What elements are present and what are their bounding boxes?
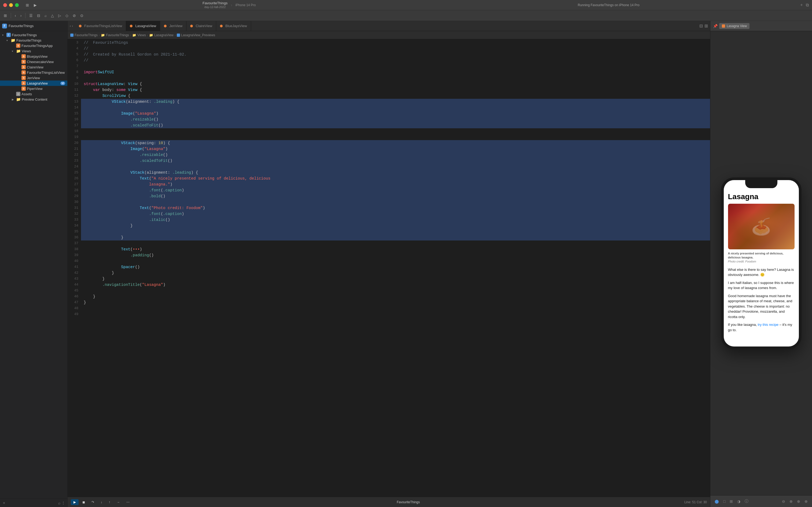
preview-live-button[interactable]: ⬤ xyxy=(713,498,720,505)
split-view-button[interactable]: ⧉ xyxy=(806,3,809,7)
code-content[interactable]: // FavouriteThings // // Created by Russ… xyxy=(81,39,710,497)
project-icon: F xyxy=(2,23,7,29)
code-editor[interactable]: 3 4 5 6 7 8 9 10 11 12 13 14 15 16 17 18… xyxy=(68,39,710,497)
preview-color-button[interactable]: ◑ xyxy=(736,498,741,505)
issues-icon[interactable]: △ xyxy=(49,12,56,19)
sidebar-item-piper[interactable]: ▶ S PiperView xyxy=(0,86,67,91)
sidebar-item-bluejays[interactable]: ▶ S BluejaysView xyxy=(0,54,67,59)
expand-arrow-icon: ▾ xyxy=(6,39,10,42)
breadcrumb-previews[interactable]: LasagnaView_Previews xyxy=(177,33,215,37)
zoom-out-button[interactable]: ⊖ xyxy=(781,498,786,505)
bottom-tab-step-into[interactable]: ↓ xyxy=(98,499,105,505)
sidebar-label-lasagna: LasagnaView xyxy=(27,81,48,86)
tab-favouritethingslistview[interactable]: FavouriteThingsListView xyxy=(75,21,126,31)
sidebar-footer: ＋ ⌕ ⋮ xyxy=(0,498,67,507)
back-icon[interactable]: ‹ xyxy=(13,12,18,19)
run-button[interactable]: ▶ xyxy=(32,2,38,8)
bottom-tab-debug[interactable]: ⋯ xyxy=(124,499,132,505)
code-line-30 xyxy=(81,199,710,205)
forward-icon[interactable]: › xyxy=(19,12,23,19)
assets-icon: ⊞ xyxy=(16,92,20,96)
bottom-tab-run[interactable]: ▶ xyxy=(71,499,79,505)
sidebar-label-bluejays: BluejaysView xyxy=(27,54,48,58)
sidebar-item-folder-main[interactable]: ▾ 📁 FavouriteThings xyxy=(0,38,67,43)
preview-info-button[interactable]: ⓘ xyxy=(744,498,749,505)
file-list-icon[interactable]: ☰ xyxy=(27,12,34,19)
layout-icon[interactable]: ⊞ xyxy=(2,12,9,19)
code-line-37 xyxy=(81,240,710,246)
search-icon[interactable]: ⌕ xyxy=(43,12,48,19)
sidebar-label-favouritethings: FavouriteThings xyxy=(16,38,41,42)
minimize-button[interactable] xyxy=(9,3,13,7)
code-line-39: .padding() xyxy=(81,252,710,258)
add-tab-button[interactable]: ＋ xyxy=(799,2,804,8)
editor-grid-icon[interactable]: ⊞ xyxy=(704,23,708,29)
bottom-tab-step-out[interactable]: ↑ xyxy=(106,499,113,505)
sort-icon[interactable]: ⋮ xyxy=(61,501,65,505)
breadcrumb-project-label: FavouriteThings xyxy=(75,33,98,37)
tab-bluejaysview[interactable]: BlueJaysView xyxy=(216,21,251,31)
preview-device-button[interactable]: □ xyxy=(722,498,727,505)
code-line-46: } xyxy=(81,294,710,299)
recipe-link[interactable]: try this recipe xyxy=(758,323,778,327)
filter-input[interactable] xyxy=(7,501,57,505)
iphone-body-text: What else is there to say here? Lasagna … xyxy=(728,267,795,333)
zoom-100-button[interactable]: ⊕ xyxy=(803,498,809,505)
iphone-caption: A nicely presented serving of delicious,… xyxy=(728,251,795,264)
sidebar-item-views-folder[interactable]: ▾ 📁 Views xyxy=(0,48,67,54)
sidebar-item-preview-content[interactable]: ▶ 📁 Preview Content xyxy=(0,97,67,102)
sidebar-item-jen[interactable]: ▶ S JenView xyxy=(0,75,67,80)
preview-controls: ⬤ □ ⊞ ◑ ⓘ ⊖ ⊕ ⊕ ⊕ xyxy=(710,495,812,507)
zoom-fit-button[interactable]: ⊕ xyxy=(789,498,794,505)
zoom-in-button[interactable]: ⊕ xyxy=(796,498,801,505)
sidebar-item-cheesecake[interactable]: ▶ S CheesecakeView xyxy=(0,59,67,64)
tab-label: BlueJaysView xyxy=(225,24,247,28)
modified-badge: M xyxy=(60,81,65,85)
close-button[interactable] xyxy=(3,3,7,7)
swift-file-icon: S xyxy=(16,44,20,48)
nav-back-icon[interactable]: ‹ xyxy=(70,24,71,28)
nav-forward-icon[interactable]: › xyxy=(72,24,73,28)
sidebar-item-listview[interactable]: ▶ S FavouriteThingsListView xyxy=(0,70,67,75)
preview-grid-button[interactable]: ⊞ xyxy=(729,498,734,505)
maximize-button[interactable] xyxy=(15,3,19,7)
bottom-tab-continue[interactable]: → xyxy=(114,499,123,505)
breakpoint-icon[interactable]: ◇ xyxy=(64,12,70,19)
bottom-tab-step-over[interactable]: ↷ xyxy=(89,499,97,505)
sidebar-item-project-root[interactable]: ▾ F FavouriteThings xyxy=(0,32,67,38)
expand-arrow-icon: ▾ xyxy=(12,50,15,53)
breadcrumb-views[interactable]: 📁 Views xyxy=(132,33,146,37)
editor-split-icon[interactable]: ⊟ xyxy=(699,23,703,29)
sidebar-item-claire[interactable]: ▶ S ClaireView xyxy=(0,64,67,70)
sidebar-label-claire: ClaireView xyxy=(27,65,44,69)
code-line-23: .scaledToFit() xyxy=(81,158,710,164)
environment-icon[interactable]: ⊙ xyxy=(79,12,85,19)
sidebar-item-lasagna[interactable]: ▶ S LasagnaView M xyxy=(0,80,67,86)
hierarchy-icon[interactable]: ⊟ xyxy=(36,12,42,19)
add-file-button[interactable]: ＋ xyxy=(2,501,6,505)
breadcrumb-lasagnaview[interactable]: 📁 LasagnaView xyxy=(149,33,174,37)
swift-file-icon: S xyxy=(21,54,26,58)
sidebar-file-tree: ▾ F FavouriteThings ▾ 📁 FavouriteThings … xyxy=(0,31,67,498)
tab-lasagnaview[interactable]: LasagnaView xyxy=(126,21,160,31)
breadcrumb-folder1[interactable]: 📁 FavouriteThings xyxy=(101,33,129,37)
bottom-tab-stop[interactable]: ◼ xyxy=(80,499,88,505)
run-icon[interactable]: ▷ xyxy=(57,12,63,19)
settings-icon[interactable]: ⊘ xyxy=(71,12,77,19)
tab-file-icon xyxy=(190,25,193,27)
sidebar-item-app[interactable]: ▶ S FavouriteThingsApp xyxy=(0,43,67,48)
run-status-label: FavouriteThings xyxy=(397,500,420,504)
breadcrumb-project[interactable]: FavouriteThings xyxy=(70,33,98,37)
code-line-42: } xyxy=(81,270,710,276)
sidebar-item-assets[interactable]: ▶ ⊞ Assets xyxy=(0,91,67,97)
code-line-28: .font(.caption) xyxy=(81,187,710,193)
pin-icon[interactable]: 📌 xyxy=(713,24,717,28)
tab-claireview[interactable]: ClaireView xyxy=(186,21,216,31)
code-line-35 xyxy=(81,229,710,235)
code-line-6: // xyxy=(81,57,710,63)
preview-title-tab[interactable]: Lasagna View xyxy=(719,23,749,29)
sidebar-toggle-icon[interactable]: ⊞ xyxy=(24,2,30,8)
tab-jenview[interactable]: JenView xyxy=(160,21,186,31)
tab-label-active: LasagnaView xyxy=(135,24,156,28)
filter-icon[interactable]: ⌕ xyxy=(58,501,60,505)
